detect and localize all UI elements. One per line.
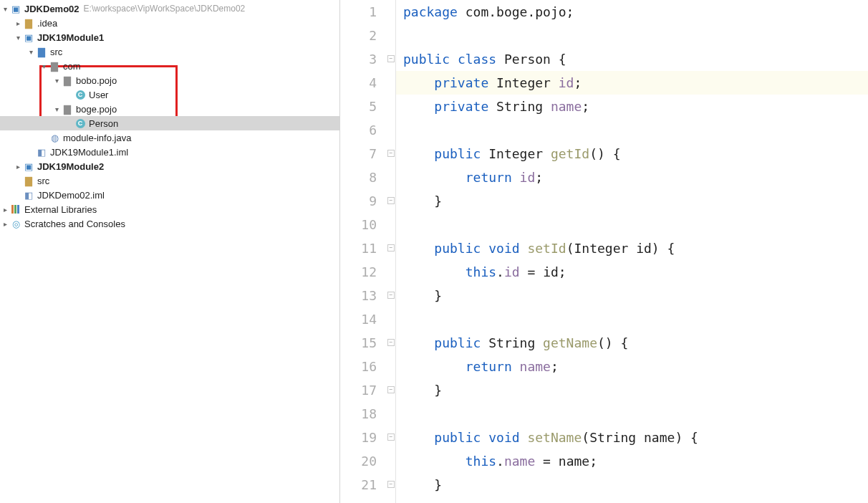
fold-icon[interactable]: −	[387, 292, 395, 299]
tree-row-module1[interactable]: ▾ ▣ JDK19Module1	[0, 30, 339, 44]
line-number: 2	[340, 24, 377, 47]
code-area[interactable]: package com.boge.pojo;public class Perso…	[396, 0, 868, 503]
tree-label: module-info.java	[63, 133, 131, 143]
tree-row-scratches[interactable]: ▸ ◎ Scratches and Consoles	[0, 216, 339, 231]
chevron-right-icon[interactable]: ▸	[13, 18, 23, 28]
code-line[interactable]: }	[396, 189, 868, 213]
line-number: 11	[340, 236, 377, 260]
chevron-down-icon[interactable]: ▾	[13, 32, 23, 42]
svg-rect-2	[17, 205, 19, 214]
tree-label: .idea	[37, 18, 57, 29]
config-file-icon: ◧	[36, 146, 47, 158]
fold-icon[interactable]: −	[387, 197, 395, 204]
chevron-down-icon[interactable]: ▾	[26, 47, 36, 57]
module-icon: ▣	[23, 161, 34, 172]
code-line[interactable]: public class Person {	[396, 47, 868, 71]
code-line[interactable]: return name;	[396, 355, 868, 378]
tree-row-com[interactable]: ▾ ▇ com	[0, 59, 339, 73]
tree-path-label: E:\workspace\VipWorkSpace\JDKDemo02	[84, 4, 246, 14]
line-number: 3	[340, 47, 377, 71]
line-number: 1	[340, 0, 377, 24]
code-line[interactable]: this.id = id;	[396, 260, 868, 284]
tree-label: JDKDemo02	[24, 4, 79, 14]
line-number: 9	[340, 189, 377, 213]
module-icon: ▣	[10, 3, 21, 14]
code-line[interactable]	[396, 307, 868, 331]
tree-row-user[interactable]: ▸ C User	[0, 87, 339, 102]
chevron-down-icon[interactable]: ▾	[52, 75, 62, 85]
code-line[interactable]: public String getName() {	[396, 331, 868, 355]
fold-icon[interactable]: −	[387, 339, 395, 346]
line-number: 18	[340, 402, 377, 426]
tree-row-src2[interactable]: ▸ ▇ src	[0, 173, 339, 188]
code-line[interactable]	[396, 213, 868, 236]
svg-rect-0	[11, 205, 14, 214]
code-line[interactable]: private String name;	[396, 95, 868, 118]
code-line[interactable]: }	[396, 378, 868, 402]
class-icon: C	[74, 118, 86, 129]
folder-icon: ▇	[23, 175, 34, 186]
chevron-down-icon[interactable]: ▾	[0, 4, 10, 14]
tree-label: JDK19Module2	[37, 161, 104, 172]
code-line[interactable]: return id;	[396, 166, 868, 189]
source-folder-icon: ▇	[36, 46, 47, 57]
fold-icon[interactable]: −	[387, 481, 395, 488]
code-line[interactable]: public Integer getId() {	[396, 142, 868, 166]
fold-icon[interactable]: −	[387, 244, 395, 252]
chevron-down-icon[interactable]: ▾	[52, 104, 62, 114]
tree-label: src	[50, 47, 62, 57]
tree-row-project-root[interactable]: ▾ ▣ JDKDemo02 E:\workspace\VipWorkSpace\…	[0, 1, 339, 16]
tree-row-bobo[interactable]: ▾ ▇ bobo.pojo	[0, 73, 339, 87]
chevron-down-icon[interactable]: ▾	[39, 61, 49, 71]
tree-label: com	[63, 61, 81, 72]
tree-label: bobo.pojo	[76, 75, 117, 86]
code-line[interactable]: public void setId(Integer id) {	[396, 236, 868, 260]
code-line[interactable]: private Integer id;	[396, 71, 868, 95]
code-line[interactable]	[396, 118, 868, 142]
library-icon	[10, 203, 21, 215]
folder-icon: ▇	[23, 17, 34, 29]
code-line[interactable]	[396, 24, 868, 47]
svg-rect-1	[14, 205, 16, 214]
java-file-icon: ◍	[49, 132, 60, 143]
class-icon: C	[74, 89, 86, 100]
code-line[interactable]: package com.boge.pojo;	[396, 0, 868, 24]
line-number: 21	[340, 473, 377, 497]
line-number: 17	[340, 378, 377, 402]
line-number: 12	[340, 260, 377, 284]
scratches-icon: ◎	[10, 218, 21, 229]
tree-row-iml1[interactable]: ▸ ◧ JDK19Module1.iml	[0, 145, 339, 159]
line-number: 5	[340, 95, 377, 118]
package-icon: ▇	[62, 75, 73, 86]
package-icon: ▇	[49, 60, 60, 72]
module-icon: ▣	[23, 32, 34, 43]
chevron-right-icon[interactable]: ▸	[13, 161, 23, 171]
line-number: 10	[340, 213, 377, 236]
code-editor[interactable]: 123−4567−89−1011−1213−1415−1617−1819−202…	[340, 0, 868, 503]
code-line[interactable]: }	[396, 284, 868, 307]
line-number: 14	[340, 307, 377, 331]
fold-icon[interactable]: −	[387, 150, 395, 157]
line-number: 8	[340, 166, 377, 189]
tree-row-src[interactable]: ▾ ▇ src	[0, 44, 339, 59]
fold-icon[interactable]: −	[387, 386, 395, 393]
tree-row-boge[interactable]: ▾ ▇ boge.pojo	[0, 102, 339, 116]
code-line[interactable]: public void setName(String name) {	[396, 426, 868, 449]
tree-row-iml0[interactable]: ▸ ◧ JDKDemo02.iml	[0, 188, 339, 202]
project-tree-panel[interactable]: ▾ ▣ JDKDemo02 E:\workspace\VipWorkSpace\…	[0, 0, 340, 503]
fold-icon[interactable]: −	[387, 55, 395, 62]
fold-icon[interactable]: −	[387, 433, 395, 441]
chevron-right-icon[interactable]: ▸	[0, 219, 10, 229]
tree-row-person[interactable]: ▸ C Person	[0, 116, 339, 130]
code-line[interactable]: }	[396, 473, 868, 497]
code-line[interactable]: this.name = name;	[396, 449, 868, 473]
chevron-right-icon[interactable]: ▸	[0, 204, 10, 214]
line-number-gutter: 123−4567−89−1011−1213−1415−1617−1819−202…	[340, 0, 396, 503]
tree-row-moduleinfo[interactable]: ▸ ◍ module-info.java	[0, 130, 339, 145]
tree-row-external-libraries[interactable]: ▸ External Libraries	[0, 202, 339, 216]
tree-label: JDK19Module1	[37, 32, 104, 43]
tree-row-module2[interactable]: ▸ ▣ JDK19Module2	[0, 159, 339, 173]
code-line[interactable]	[396, 402, 868, 426]
line-number: 16	[340, 355, 377, 378]
tree-row-idea[interactable]: ▸ ▇ .idea	[0, 16, 339, 30]
